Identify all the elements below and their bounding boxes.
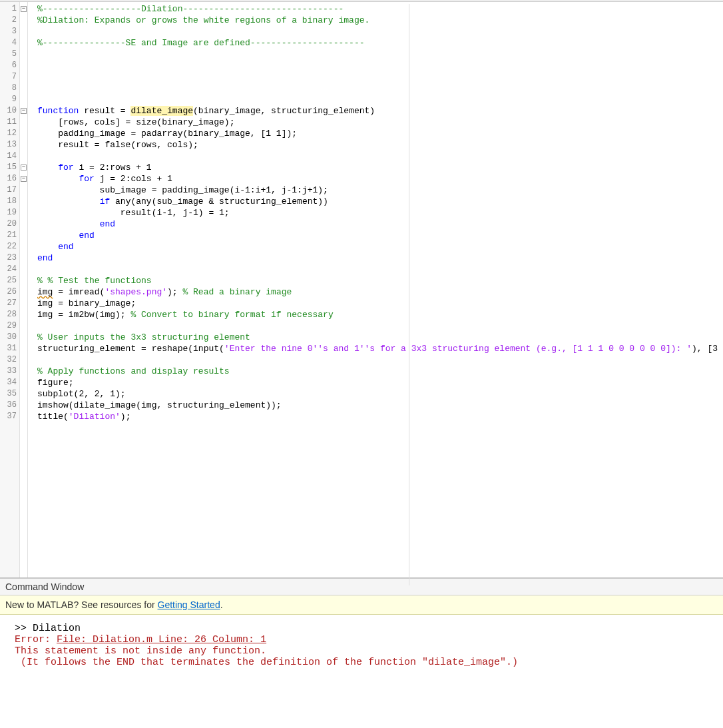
- fold-cell: [20, 49, 27, 60]
- code-line[interactable]: img = binary_image;: [37, 298, 723, 309]
- code-line[interactable]: for j = 2:cols + 1: [37, 173, 723, 184]
- command-output-wrap: >> Dilation Error: File: Dilation.m Line…: [0, 615, 723, 728]
- editor-pane: 1234567891011121314151617181920212223242…: [0, 2, 723, 578]
- error-line-3: (It follows the END that terminates the …: [15, 657, 518, 668]
- line-number: 19: [0, 207, 19, 218]
- fold-cell: [20, 83, 27, 94]
- fold-cell: [20, 151, 27, 162]
- code-line[interactable]: title('Dilation');: [37, 411, 723, 422]
- line-number: 23: [0, 252, 19, 264]
- code-line[interactable]: [37, 264, 723, 275]
- code-line[interactable]: end: [37, 241, 723, 252]
- line-number: 9: [0, 94, 19, 105]
- fold-cell: [20, 218, 27, 230]
- code-line[interactable]: [37, 354, 723, 366]
- line-number: 37: [0, 411, 19, 422]
- fold-toggle-icon[interactable]: −: [21, 108, 27, 114]
- fold-toggle-icon[interactable]: −: [21, 165, 27, 171]
- fold-cell: [20, 184, 27, 196]
- code-line[interactable]: result = false(rows, cols);: [37, 139, 723, 151]
- fold-cell: [20, 388, 27, 400]
- line-number: 30: [0, 332, 19, 343]
- line-number: 8: [0, 83, 19, 94]
- line-number: 11: [0, 117, 19, 128]
- fold-cell: [20, 196, 27, 207]
- line-number: 1: [0, 3, 19, 15]
- fold-cell: [20, 60, 27, 71]
- line-number: 17: [0, 184, 19, 196]
- getting-started-link[interactable]: Getting Started: [158, 599, 220, 610]
- fold-cell: [20, 117, 27, 128]
- code-line[interactable]: [rows, cols] = size(binary_image);: [37, 117, 723, 128]
- fold-cell[interactable]: −: [20, 173, 27, 184]
- line-number: 20: [0, 218, 19, 230]
- code-editor[interactable]: %-------------------Dilation------------…: [28, 2, 723, 577]
- code-line[interactable]: imshow(dilate_image(img, structuring_ele…: [37, 400, 723, 411]
- code-line[interactable]: [37, 83, 723, 94]
- code-line[interactable]: if any(any(sub_image & structuring_eleme…: [37, 196, 723, 207]
- cmd-input: Dilation: [33, 623, 81, 634]
- code-line[interactable]: end: [37, 218, 723, 230]
- fold-cell: [20, 343, 27, 354]
- command-output[interactable]: >> Dilation Error: File: Dilation.m Line…: [0, 615, 723, 728]
- code-line[interactable]: end: [37, 252, 723, 264]
- code-line[interactable]: %Dilation: Expands or grows the white re…: [37, 15, 723, 26]
- fold-cell: [20, 94, 27, 105]
- code-line[interactable]: subplot(2, 2, 1);: [37, 388, 723, 400]
- code-line[interactable]: sub_image = padding_image(i-1:i+1, j-1:j…: [37, 184, 723, 196]
- code-line[interactable]: figure;: [37, 377, 723, 388]
- line-number: 26: [0, 286, 19, 298]
- fold-cell[interactable]: −: [20, 105, 27, 117]
- fold-cell: [20, 275, 27, 286]
- code-line[interactable]: %-------------------Dilation------------…: [37, 3, 723, 15]
- line-number: 18: [0, 196, 19, 207]
- code-line[interactable]: [37, 26, 723, 37]
- code-line[interactable]: padding_image = padarray(binary_image, […: [37, 128, 723, 139]
- code-line[interactable]: function result = dilate_image(binary_im…: [37, 105, 723, 117]
- line-number: 3: [0, 26, 19, 37]
- line-number: 12: [0, 128, 19, 139]
- line-number: 36: [0, 400, 19, 411]
- fold-cell: [20, 230, 27, 241]
- line-number: 32: [0, 354, 19, 366]
- line-number: 28: [0, 309, 19, 320]
- prompt: >>: [15, 623, 33, 634]
- line-number: 31: [0, 343, 19, 354]
- code-line[interactable]: [37, 71, 723, 83]
- line-number: 13: [0, 139, 19, 151]
- code-line[interactable]: for i = 2:rows + 1: [37, 162, 723, 173]
- code-line[interactable]: [37, 60, 723, 71]
- line-number: 33: [0, 366, 19, 377]
- fold-cell: [20, 207, 27, 218]
- getting-started-banner: New to MATLAB? See resources for Getting…: [0, 595, 723, 615]
- fold-toggle-icon[interactable]: −: [21, 176, 27, 182]
- code-line[interactable]: img = im2bw(img); % Convert to binary fo…: [37, 309, 723, 320]
- code-line[interactable]: % User inputs the 3x3 structuring elemen…: [37, 332, 723, 343]
- fold-cell[interactable]: −: [20, 3, 27, 15]
- line-number: 22: [0, 241, 19, 252]
- code-line[interactable]: img = imread('shapes.png'); % Read a bin…: [37, 286, 723, 298]
- code-line[interactable]: result(i-1, j-1) = 1;: [37, 207, 723, 218]
- line-number: 6: [0, 60, 19, 71]
- code-line[interactable]: [37, 151, 723, 162]
- fold-cell: [20, 264, 27, 275]
- fold-column[interactable]: −−−−: [20, 2, 28, 577]
- fold-cell: [20, 320, 27, 332]
- fold-cell: [20, 139, 27, 151]
- code-line[interactable]: % % Test the functions: [37, 275, 723, 286]
- code-line[interactable]: structuring_element = reshape(input('Ent…: [37, 343, 723, 354]
- code-line[interactable]: [37, 94, 723, 105]
- fold-cell: [20, 15, 27, 26]
- code-line[interactable]: [37, 320, 723, 332]
- line-number-gutter: 1234567891011121314151617181920212223242…: [0, 2, 20, 577]
- line-number: 25: [0, 275, 19, 286]
- code-line[interactable]: end: [37, 230, 723, 241]
- code-line[interactable]: [37, 49, 723, 60]
- code-line[interactable]: % Apply functions and display results: [37, 366, 723, 377]
- code-line[interactable]: %----------------SE and Image are define…: [37, 37, 723, 49]
- banner-suffix: .: [220, 599, 223, 610]
- fold-toggle-icon[interactable]: −: [21, 6, 27, 12]
- error-line-2: This statement is not inside any functio…: [15, 645, 266, 657]
- fold-cell: [20, 252, 27, 264]
- fold-cell[interactable]: −: [20, 162, 27, 173]
